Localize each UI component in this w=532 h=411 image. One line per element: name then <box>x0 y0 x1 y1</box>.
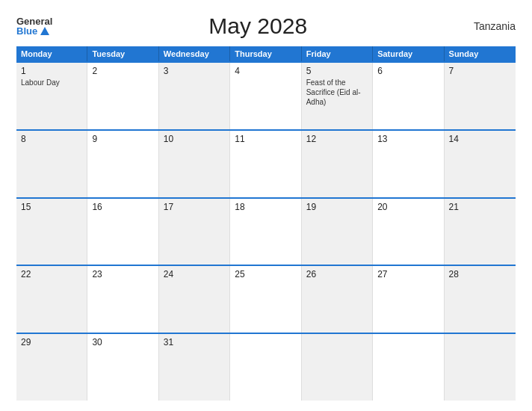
day-number: 6 <box>377 66 439 76</box>
calendar-body: 1Labour Day2345Feast of the Sacrifice (E… <box>16 61 516 401</box>
day-number: 23 <box>92 269 153 279</box>
calendar-cell: 24 <box>159 266 230 333</box>
day-header-tuesday: Tuesday <box>87 46 158 61</box>
calendar-cell: 22 <box>16 266 87 333</box>
day-number: 13 <box>377 134 439 144</box>
calendar-cell: 17 <box>159 199 230 265</box>
calendar-cell: 25 <box>230 266 301 333</box>
day-number: 7 <box>449 66 511 76</box>
day-number: 25 <box>235 269 296 279</box>
calendar-cell: 19 <box>302 199 373 265</box>
calendar-cell: 10 <box>159 131 230 197</box>
day-number: 29 <box>21 337 82 347</box>
calendar-cell: 7 <box>445 63 516 129</box>
day-number: 26 <box>306 269 368 279</box>
calendar-cell: 4 <box>230 63 301 129</box>
day-number: 10 <box>164 134 225 144</box>
calendar-cell <box>302 334 373 401</box>
calendar-header: MondayTuesdayWednesdayThursdayFridaySatu… <box>16 46 516 61</box>
day-number: 27 <box>377 269 439 279</box>
calendar-cell: 5Feast of the Sacrifice (Eid al-Adha) <box>302 63 373 129</box>
day-number: 14 <box>449 134 511 144</box>
day-number: 17 <box>164 202 225 212</box>
calendar-cell: 29 <box>16 334 87 401</box>
calendar-cell: 3 <box>159 63 230 129</box>
calendar-cell: 12 <box>302 131 373 197</box>
day-number: 1 <box>21 66 82 76</box>
calendar-week-4: 22232425262728 <box>16 265 516 333</box>
page: General Blue May 2028 Tanzania MondayTue… <box>0 0 532 411</box>
header: General Blue May 2028 Tanzania <box>16 13 516 39</box>
day-number: 19 <box>306 202 368 212</box>
calendar-cell: 28 <box>445 266 516 333</box>
calendar-cell: 9 <box>87 131 158 197</box>
day-number: 3 <box>164 66 225 76</box>
day-number: 16 <box>92 202 153 212</box>
calendar-cell: 21 <box>445 199 516 265</box>
calendar-cell: 14 <box>445 131 516 197</box>
calendar-cell: 31 <box>159 334 230 401</box>
day-header-sunday: Sunday <box>445 46 516 61</box>
day-header-wednesday: Wednesday <box>159 46 230 61</box>
calendar-cell: 8 <box>16 131 87 197</box>
logo: General Blue <box>16 16 52 36</box>
day-header-thursday: Thursday <box>230 46 301 61</box>
day-number: 18 <box>235 202 296 212</box>
day-number: 31 <box>164 337 225 347</box>
day-number: 22 <box>21 269 82 279</box>
calendar: MondayTuesdayWednesdayThursdayFridaySatu… <box>16 46 516 401</box>
calendar-cell: 1Labour Day <box>16 63 87 129</box>
day-number: 28 <box>449 269 511 279</box>
day-number: 5 <box>306 66 368 76</box>
calendar-week-1: 1Labour Day2345Feast of the Sacrifice (E… <box>16 61 516 129</box>
day-number: 2 <box>92 66 153 76</box>
calendar-cell: 6 <box>373 63 444 129</box>
logo-blue-row: Blue <box>16 26 49 36</box>
calendar-cell: 2 <box>87 63 158 129</box>
day-header-monday: Monday <box>16 46 87 61</box>
day-event: Labour Day <box>21 78 82 87</box>
calendar-cell: 27 <box>373 266 444 333</box>
calendar-cell: 16 <box>87 199 158 265</box>
day-number: 21 <box>449 202 511 212</box>
calendar-cell <box>445 334 516 401</box>
day-number: 9 <box>92 134 153 144</box>
calendar-title: May 2028 <box>52 13 463 39</box>
calendar-cell <box>373 334 444 401</box>
day-number: 12 <box>306 134 368 144</box>
calendar-week-5: 293031 <box>16 333 516 401</box>
calendar-week-3: 15161718192021 <box>16 197 516 265</box>
calendar-cell: 18 <box>230 199 301 265</box>
country-label: Tanzania <box>463 20 516 32</box>
calendar-week-2: 891011121314 <box>16 129 516 197</box>
day-number: 30 <box>92 337 153 347</box>
day-header-friday: Friday <box>302 46 373 61</box>
day-number: 24 <box>164 269 225 279</box>
calendar-cell: 11 <box>230 131 301 197</box>
day-number: 15 <box>21 202 82 212</box>
day-number: 11 <box>235 134 296 144</box>
day-number: 20 <box>377 202 439 212</box>
calendar-cell: 20 <box>373 199 444 265</box>
calendar-cell: 30 <box>87 334 158 401</box>
calendar-cell: 26 <box>302 266 373 333</box>
logo-triangle-icon <box>40 27 49 35</box>
calendar-cell <box>230 334 301 401</box>
calendar-cell: 23 <box>87 266 158 333</box>
day-number: 4 <box>235 66 296 76</box>
day-event: Feast of the Sacrifice (Eid al-Adha) <box>306 78 368 107</box>
calendar-cell: 15 <box>16 199 87 265</box>
logo-blue-text: Blue <box>16 26 37 36</box>
day-number: 8 <box>21 134 82 144</box>
day-header-saturday: Saturday <box>373 46 444 61</box>
calendar-cell: 13 <box>373 131 444 197</box>
